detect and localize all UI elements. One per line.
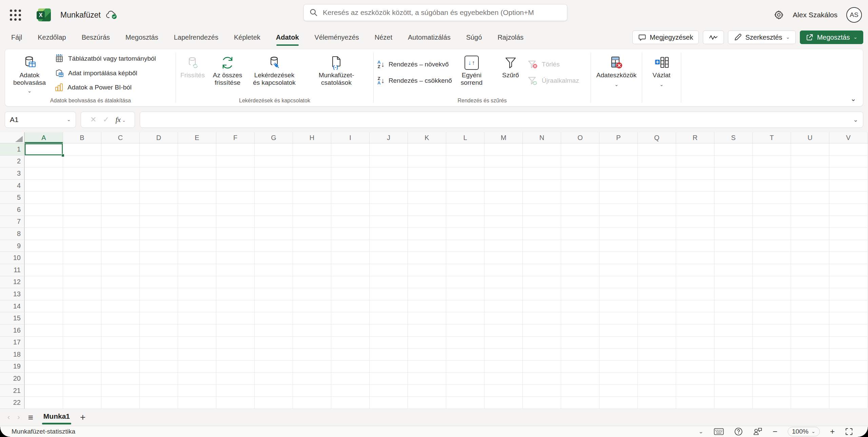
cell-E2[interactable]: [178, 156, 216, 168]
cell-L18[interactable]: [446, 349, 485, 361]
cell-K10[interactable]: [408, 252, 446, 264]
cell-Q6[interactable]: [638, 204, 676, 216]
row-header-5[interactable]: 5: [0, 192, 25, 204]
cell-O13[interactable]: [561, 288, 599, 300]
share-button[interactable]: Megosztás ⌄: [800, 31, 863, 44]
cell-U4[interactable]: [791, 180, 829, 192]
column-header-L[interactable]: L: [446, 132, 485, 143]
cell-S5[interactable]: [714, 192, 753, 204]
cell-B21[interactable]: [63, 385, 101, 397]
cell-C10[interactable]: [101, 252, 140, 264]
cell-L21[interactable]: [446, 385, 485, 397]
cell-N2[interactable]: [523, 156, 561, 168]
cell-O12[interactable]: [561, 276, 599, 289]
column-header-N[interactable]: N: [523, 132, 561, 143]
cell-A20[interactable]: [25, 373, 63, 385]
cell-M9[interactable]: [485, 240, 523, 252]
cell-T14[interactable]: [753, 300, 791, 313]
zoom-level-selector[interactable]: 100% ⌄: [788, 427, 820, 436]
cell-P10[interactable]: [599, 252, 638, 264]
cell-U8[interactable]: [791, 228, 829, 240]
row-header-13[interactable]: 13: [0, 288, 25, 300]
cell-Q14[interactable]: [638, 300, 676, 313]
cell-G15[interactable]: [255, 312, 293, 324]
cell-J17[interactable]: [370, 337, 408, 349]
cell-R9[interactable]: [676, 240, 714, 252]
cell-F6[interactable]: [216, 204, 255, 216]
cell-D1[interactable]: [140, 143, 178, 156]
cell-I22[interactable]: [331, 397, 370, 409]
cell-D3[interactable]: [140, 167, 178, 180]
row-header-18[interactable]: 18: [0, 349, 25, 361]
cell-B20[interactable]: [63, 373, 101, 385]
cell-K4[interactable]: [408, 180, 446, 192]
cell-U22[interactable]: [791, 397, 829, 409]
cell-J3[interactable]: [370, 167, 408, 180]
cell-G9[interactable]: [255, 240, 293, 252]
cell-V10[interactable]: [829, 252, 868, 264]
column-header-F[interactable]: F: [216, 132, 255, 143]
cell-O4[interactable]: [561, 180, 599, 192]
cell-U1[interactable]: [791, 143, 829, 156]
custom-sort-button[interactable]: ↓↑ Egyéni sorrend: [454, 52, 489, 87]
cell-P4[interactable]: [599, 180, 638, 192]
cell-I3[interactable]: [331, 167, 370, 180]
cell-I10[interactable]: [331, 252, 370, 264]
cell-P22[interactable]: [599, 397, 638, 409]
cell-B4[interactable]: [63, 180, 101, 192]
cell-B3[interactable]: [63, 167, 101, 180]
cell-C20[interactable]: [101, 373, 140, 385]
cell-N21[interactable]: [523, 385, 561, 397]
cell-T17[interactable]: [753, 337, 791, 349]
cell-G4[interactable]: [255, 180, 293, 192]
cell-T4[interactable]: [753, 180, 791, 192]
column-header-C[interactable]: C: [101, 132, 140, 143]
help-button[interactable]: [734, 427, 743, 436]
cell-V5[interactable]: [829, 192, 868, 204]
cell-D16[interactable]: [140, 324, 178, 337]
cell-G13[interactable]: [255, 288, 293, 300]
cell-I12[interactable]: [331, 276, 370, 289]
tab-kezdolap[interactable]: Kezdőlap: [30, 32, 74, 43]
cell-T2[interactable]: [753, 156, 791, 168]
cell-L4[interactable]: [446, 180, 485, 192]
cell-J15[interactable]: [370, 312, 408, 324]
cell-A5[interactable]: [25, 192, 63, 204]
column-header-E[interactable]: E: [178, 132, 216, 143]
cell-R16[interactable]: [676, 324, 714, 337]
app-launcher-icon[interactable]: [7, 7, 23, 23]
cell-I14[interactable]: [331, 300, 370, 313]
cell-H12[interactable]: [293, 276, 331, 289]
cell-B10[interactable]: [63, 252, 101, 264]
cell-Q4[interactable]: [638, 180, 676, 192]
cell-E9[interactable]: [178, 240, 216, 252]
cell-R2[interactable]: [676, 156, 714, 168]
cell-R12[interactable]: [676, 276, 714, 289]
cell-S18[interactable]: [714, 349, 753, 361]
cell-G1[interactable]: [255, 143, 293, 156]
cell-P5[interactable]: [599, 192, 638, 204]
row-header-9[interactable]: 9: [0, 240, 25, 252]
cell-D10[interactable]: [140, 252, 178, 264]
cell-C6[interactable]: [101, 204, 140, 216]
cell-D19[interactable]: [140, 361, 178, 373]
cell-N5[interactable]: [523, 192, 561, 204]
cell-Q1[interactable]: [638, 143, 676, 156]
cell-J22[interactable]: [370, 397, 408, 409]
cell-S14[interactable]: [714, 300, 753, 313]
cell-M5[interactable]: [485, 192, 523, 204]
keyboard-shortcuts-button[interactable]: [714, 428, 724, 435]
cell-P1[interactable]: [599, 143, 638, 156]
tab-automatizalas[interactable]: Automatizálás: [400, 32, 458, 43]
column-header-S[interactable]: S: [714, 132, 753, 143]
cell-V11[interactable]: [829, 264, 868, 276]
fullscreen-button[interactable]: [845, 428, 853, 436]
cell-A3[interactable]: [25, 167, 63, 180]
cell-R7[interactable]: [676, 216, 714, 228]
cell-M20[interactable]: [485, 373, 523, 385]
status-options-button[interactable]: ⌄: [698, 428, 704, 435]
editing-mode-button[interactable]: Szerkesztés ⌄: [728, 31, 796, 44]
cell-D17[interactable]: [140, 337, 178, 349]
cell-N12[interactable]: [523, 276, 561, 289]
cell-R21[interactable]: [676, 385, 714, 397]
